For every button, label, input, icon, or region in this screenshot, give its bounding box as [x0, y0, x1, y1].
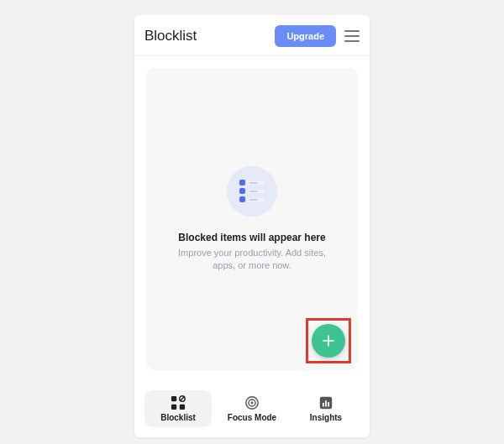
empty-state-subtitle: Improve your productivity. Add sites, ap…	[166, 247, 338, 273]
page-title: Blocklist	[144, 28, 197, 44]
top-bar: Blocklist Upgrade	[134, 15, 370, 56]
svg-line-4	[181, 397, 185, 401]
tab-label: Blocklist	[160, 413, 196, 422]
upgrade-button[interactable]: Upgrade	[275, 25, 336, 47]
content-area: Blocked items will appear here Improve y…	[134, 56, 370, 382]
svg-rect-9	[323, 403, 324, 407]
tab-focus-mode[interactable]: Focus Mode	[218, 390, 286, 427]
bar-chart-icon	[318, 395, 333, 410]
app-shell: Blocklist Upgrade Blocked items will app…	[134, 15, 370, 437]
add-button[interactable]	[312, 324, 345, 358]
tab-label: Insights	[310, 413, 342, 422]
tab-blocklist[interactable]: Blocklist	[144, 390, 212, 427]
blocklist-illustration-icon	[227, 166, 277, 217]
svg-point-7	[251, 402, 254, 405]
target-icon	[244, 395, 260, 410]
blocklist-tab-icon	[171, 395, 186, 410]
svg-rect-11	[328, 402, 329, 406]
bottom-tab-bar: Blocklist Focus Mode Insi	[134, 382, 370, 437]
svg-rect-1	[171, 405, 176, 410]
menu-icon[interactable]	[344, 30, 360, 42]
tab-insights[interactable]: Insights	[292, 390, 360, 427]
tutorial-highlight	[306, 318, 351, 363]
tab-label: Focus Mode	[228, 413, 276, 422]
empty-state-title: Blocked items will appear here	[178, 232, 325, 243]
svg-rect-10	[325, 400, 327, 406]
plus-icon	[322, 334, 335, 347]
empty-state-card: Blocked items will appear here Improve y…	[146, 68, 358, 370]
svg-rect-0	[171, 396, 176, 401]
top-bar-actions: Upgrade	[275, 25, 360, 47]
svg-rect-2	[180, 405, 185, 410]
